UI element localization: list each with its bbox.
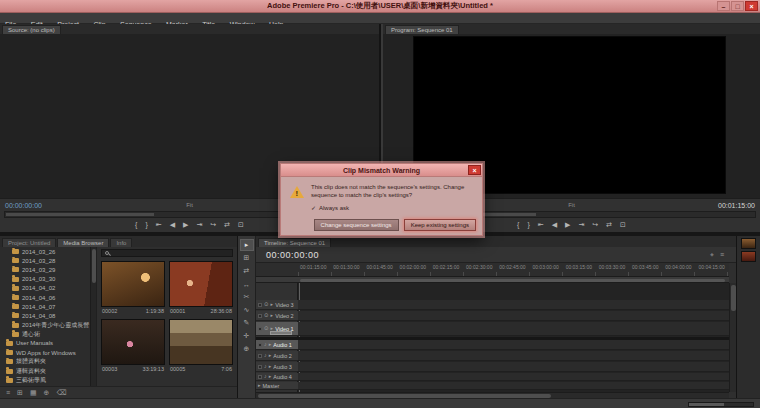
lock-toggle[interactable] — [258, 354, 262, 358]
timeline-timecode[interactable]: 00:00:00:00 — [266, 250, 319, 260]
selection-tool-icon[interactable]: ▸ — [240, 239, 254, 251]
pen-tool-icon[interactable]: ✎ — [240, 317, 254, 329]
title-bar[interactable]: Adobe Premiere Pro - C:\使用者\USER\桌面\新增資料… — [0, 0, 760, 13]
speaker-icon[interactable]: ♪ — [264, 374, 267, 380]
extract-icon[interactable]: ⇄ — [606, 221, 612, 229]
tab-info[interactable]: Info — [110, 238, 132, 247]
delete-icon[interactable]: ⌫ — [56, 389, 66, 397]
play-icon[interactable]: ▶ — [183, 221, 188, 229]
hand-tool-icon[interactable]: ✛ — [240, 330, 254, 342]
ripple-edit-tool-icon[interactable]: ⇄ — [240, 265, 254, 277]
tab-timeline[interactable]: Timeline: Sequence 01 — [258, 238, 331, 247]
rate-stretch-tool-icon[interactable]: ↔ — [240, 278, 254, 290]
source-patch-chip[interactable] — [270, 331, 292, 335]
dialog-close-icon[interactable]: × — [468, 165, 481, 175]
speaker-icon[interactable]: ♪ — [264, 342, 267, 348]
lock-toggle[interactable] — [258, 375, 262, 379]
lock-toggle[interactable] — [258, 343, 262, 347]
track-lane[interactable] — [298, 382, 729, 390]
step-back-icon[interactable]: ◀ — [552, 221, 557, 229]
tree-item[interactable]: 通心術 — [0, 330, 90, 339]
track-lane[interactable] — [298, 362, 729, 372]
maximize-button[interactable]: □ — [731, 1, 744, 11]
dialog-title-bar[interactable]: Clip Mismatch Warning × — [281, 164, 482, 177]
track-header[interactable]: ▸ Master — [256, 382, 298, 390]
tree-item[interactable]: 邏輯資料夾 — [0, 366, 90, 375]
export-frame-icon[interactable]: ⊡ — [620, 221, 626, 229]
timeline-menu-icon[interactable]: ≡ — [720, 251, 724, 259]
go-to-in-icon[interactable]: ⇤ — [156, 221, 162, 229]
twirl-icon[interactable]: ▸ — [269, 353, 272, 358]
tab-media-browser[interactable]: Media Browser — [57, 238, 109, 247]
clip-thumbnail[interactable] — [101, 261, 165, 307]
mark-out-icon[interactable]: } — [145, 221, 147, 228]
tree-item[interactable]: User Manuals — [0, 339, 90, 348]
tree-item[interactable]: 2014_03_29 — [0, 265, 90, 274]
step-forward-icon[interactable]: ⇥ — [196, 221, 202, 229]
clip-item[interactable]: 000057:06 — [169, 319, 233, 372]
change-sequence-settings-button[interactable]: Change sequence settings — [314, 219, 399, 231]
insert-icon[interactable]: ⇄ — [224, 221, 230, 229]
minimize-button[interactable]: – — [717, 1, 730, 11]
slip-tool-icon[interactable]: ∿ — [240, 304, 254, 316]
track-select-tool-icon[interactable]: ⊞ — [240, 252, 254, 264]
speaker-icon[interactable]: ♪ — [264, 353, 267, 359]
track-lane[interactable] — [298, 311, 729, 321]
timeline-vertical-scrollbar[interactable] — [729, 283, 736, 392]
track-header[interactable]: ♪ ▸ Audio 1 — [256, 340, 298, 350]
track-lane[interactable] — [298, 351, 729, 361]
clip-thumbnail[interactable] — [101, 319, 165, 365]
lock-toggle[interactable] — [258, 314, 262, 318]
track-header[interactable]: ⊙ ▸ Video 3 — [256, 300, 298, 310]
twirl-icon[interactable]: ▸ — [271, 313, 274, 318]
tree-item[interactable]: 2014_03_26 — [0, 247, 90, 256]
tree-item[interactable]: 2014_03_30 — [0, 275, 90, 284]
track-lane[interactable] — [298, 300, 729, 310]
twirl-icon[interactable]: ▸ — [269, 364, 272, 369]
tree-item[interactable]: 2014_03_28 — [0, 256, 90, 265]
mark-in-icon[interactable]: { — [517, 221, 519, 228]
tree-item[interactable]: 2014_04_07 — [0, 302, 90, 311]
tab-program-monitor[interactable]: Program: Sequence 01 — [385, 25, 459, 34]
eye-icon[interactable]: ⊙ — [264, 326, 269, 332]
zoom-tool-icon[interactable]: ⊕ — [240, 343, 254, 355]
track-header[interactable]: ♪ ▸ Audio 3 — [256, 362, 298, 372]
mark-in-icon[interactable]: { — [135, 221, 137, 228]
step-back-icon[interactable]: ◀ — [170, 221, 175, 229]
tab-project[interactable]: Project: Untitled — [2, 238, 56, 247]
speaker-icon[interactable]: ♪ — [264, 364, 267, 370]
eye-icon[interactable]: ⊙ — [264, 313, 269, 319]
lock-toggle[interactable] — [258, 365, 262, 369]
export-frame-icon[interactable]: ⊡ — [238, 221, 244, 229]
play-icon[interactable]: ▶ — [565, 221, 570, 229]
lock-toggle[interactable] — [258, 327, 262, 331]
clip-thumbnail[interactable] — [169, 261, 233, 307]
lock-toggle[interactable] — [258, 303, 262, 307]
tab-source-monitor[interactable]: Source: (no clips) — [2, 25, 61, 34]
twirl-icon[interactable]: ▸ — [271, 302, 274, 307]
track-header[interactable]: ♪ ▸ Audio 4 — [256, 373, 298, 381]
clip-thumbnail[interactable] — [169, 319, 233, 365]
thumbnail-size-icon[interactable]: ▦ — [30, 389, 37, 397]
list-view-icon[interactable]: ≡ — [6, 389, 10, 396]
always-ask-checkbox[interactable]: ✓ Always ask — [311, 204, 349, 211]
tree-item[interactable]: WD Apps for Windows — [0, 348, 90, 357]
step-forward-icon[interactable]: ⇥ — [578, 221, 584, 229]
tree-item[interactable]: 媒體資料夾 — [0, 357, 90, 366]
loop-icon[interactable]: ↪ — [210, 221, 216, 229]
tree-item[interactable]: 2014年青少年心靈成長營 — [0, 321, 90, 330]
track-header[interactable]: ⊙ ▸ Video 1 — [256, 322, 298, 336]
mark-out-icon[interactable]: } — [527, 221, 529, 228]
track-lane[interactable] — [298, 322, 729, 336]
twirl-icon[interactable]: ▸ — [269, 342, 272, 347]
bin-search-input[interactable] — [112, 250, 229, 257]
twirl-icon[interactable]: ▸ — [269, 374, 272, 379]
loop-icon[interactable]: ↪ — [592, 221, 598, 229]
bin-search-box[interactable] — [101, 249, 233, 257]
track-header[interactable]: ⊙ ▸ Video 2 — [256, 311, 298, 321]
eye-icon[interactable]: ⊙ — [264, 302, 269, 308]
razor-tool-icon[interactable]: ✂ — [240, 291, 254, 303]
snap-icon[interactable]: ⌖ — [710, 251, 714, 259]
source-fit-dropdown[interactable]: Fit — [186, 202, 193, 208]
go-to-in-icon[interactable]: ⇤ — [538, 221, 544, 229]
